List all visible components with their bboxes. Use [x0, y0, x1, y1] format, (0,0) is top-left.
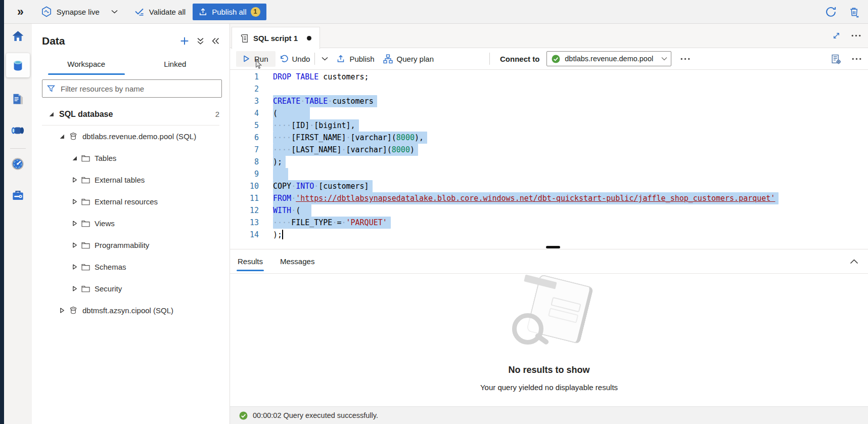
- trash-icon[interactable]: [848, 6, 860, 18]
- collapse-arrow-icon[interactable]: [71, 264, 78, 270]
- collapse-arrow-icon[interactable]: [71, 199, 78, 204]
- publish-all-label: Publish all: [212, 8, 246, 16]
- code-line-3[interactable]: 3CREATE·TABLE·customers: [230, 95, 868, 107]
- chevron-down-icon: [111, 10, 118, 14]
- topbar-right-actions: [825, 6, 868, 18]
- view-settings-icon[interactable]: [831, 54, 841, 64]
- undo-button[interactable]: Undo: [279, 54, 310, 63]
- nav-integrate-button[interactable]: [8, 120, 28, 141]
- filter-input[interactable]: [60, 84, 217, 94]
- toolbar-separator: [314, 53, 315, 65]
- code-line-1[interactable]: 1DROP TABLE customers;: [230, 71, 868, 83]
- line-number[interactable]: 8: [230, 156, 259, 168]
- add-resource-button[interactable]: [180, 36, 189, 46]
- collapse-arrow-icon[interactable]: [71, 242, 78, 248]
- line-number[interactable]: 10: [230, 180, 259, 192]
- nav-manage-button[interactable]: [8, 185, 28, 205]
- tab-more-icon[interactable]: [851, 34, 861, 37]
- line-number[interactable]: 12: [230, 204, 259, 217]
- nav-monitor-button[interactable]: [8, 154, 28, 174]
- line-number[interactable]: 5: [230, 119, 259, 132]
- line-number[interactable]: 14: [230, 229, 259, 241]
- refresh-icon[interactable]: [825, 6, 837, 18]
- run-button[interactable]: Run: [236, 51, 276, 67]
- tree-item-external-tables[interactable]: External tables: [32, 169, 230, 191]
- code-line-7[interactable]: 7····[LAST_NAME]·[varchar](8000): [230, 144, 868, 156]
- tree-item-views[interactable]: Views: [32, 213, 230, 234]
- expand-arrow-icon[interactable]: [49, 111, 56, 117]
- line-number[interactable]: 4: [230, 107, 259, 119]
- collapse-arrow-icon[interactable]: [58, 308, 65, 313]
- sql-code-editor[interactable]: 1DROP TABLE customers;23CREATE·TABLE·cus…: [230, 70, 868, 249]
- code-line-13[interactable]: 13····FILE_TYPE·=·'PARQUET': [230, 217, 868, 229]
- editor-more-icon[interactable]: [852, 58, 861, 60]
- collapse-arrow-icon[interactable]: [71, 177, 78, 183]
- editor-tab-strip: SQL script 1: [230, 24, 868, 48]
- tree-item-tables[interactable]: Tables: [32, 147, 230, 169]
- publish-button[interactable]: Publish: [336, 54, 374, 63]
- run-options-chevron-icon[interactable]: [319, 55, 330, 63]
- code-line-10[interactable]: 10COPY·INTO·[customers]: [230, 180, 868, 192]
- collapse-arrow-icon[interactable]: [71, 286, 78, 291]
- nav-develop-button[interactable]: [8, 89, 28, 109]
- code-line-2[interactable]: 2: [230, 83, 868, 95]
- expand-editor-icon[interactable]: [832, 31, 841, 40]
- publish-all-button[interactable]: Publish all 1: [193, 4, 266, 20]
- results-panel-header: Results Messages: [230, 249, 868, 274]
- panel-splitter-handle[interactable]: [546, 246, 560, 248]
- line-number[interactable]: 6: [230, 132, 259, 144]
- toolbar-separator: [489, 53, 490, 65]
- connection-dropdown[interactable]: dbtlabs.revenue.demo.pool: [546, 51, 671, 66]
- tree-item-dbtmsft-azsyn-cipool-sql[interactable]: dbtmsft.azsyn.cipool (SQL): [32, 300, 230, 321]
- folder-icon: [81, 264, 90, 271]
- line-number[interactable]: 2: [230, 83, 259, 95]
- code-line-12[interactable]: 12WITH·(: [230, 204, 868, 217]
- sql-pool-icon: [69, 306, 78, 315]
- filter-funnel-icon: [47, 85, 55, 93]
- code-line-6[interactable]: 6····[FIRST_NAME]·[varchar](8000),: [230, 132, 868, 144]
- tree-item-programmability[interactable]: Programmability: [32, 234, 230, 256]
- tab-workspace[interactable]: Workspace: [42, 53, 131, 75]
- query-plan-button[interactable]: Query plan: [383, 54, 434, 64]
- line-number[interactable]: 1: [230, 71, 259, 83]
- tree-item-schemas[interactable]: Schemas: [32, 256, 230, 278]
- tree-item-dbtlabs-revenue-demo-pool-sql[interactable]: dbtlabs.revenue.demo.pool (SQL): [32, 125, 230, 147]
- collapse-arrow-icon[interactable]: [71, 221, 78, 226]
- toolbar-right-actions: [831, 54, 868, 64]
- run-label: Run: [254, 55, 268, 63]
- tab-sql-script-1[interactable]: SQL script 1: [232, 27, 320, 49]
- code-line-8[interactable]: 8);: [230, 156, 868, 168]
- collapse-panel-icon[interactable]: [212, 37, 219, 45]
- code-line-5[interactable]: 5····[ID]·[bigint],: [230, 119, 868, 132]
- tab-linked[interactable]: Linked: [131, 53, 220, 75]
- expand-arrow-icon[interactable]: [71, 155, 78, 161]
- code-line-9[interactable]: 9: [230, 168, 868, 180]
- collapse-all-icon[interactable]: [197, 37, 204, 45]
- nav-home-button[interactable]: [8, 26, 28, 46]
- expand-nav-icon[interactable]: »: [17, 6, 24, 18]
- tree-root-sql-database[interactable]: SQL database 2: [42, 103, 219, 125]
- text-cursor: [282, 230, 283, 239]
- tree-item-external-resources[interactable]: External resources: [32, 191, 230, 213]
- document-icon: [11, 93, 25, 106]
- empty-state-subtitle: Your query yielded no displayable result…: [480, 383, 618, 392]
- code-line-11[interactable]: 11FROM·'https://dbtlabsynapsedatalake.bl…: [230, 192, 868, 204]
- collapse-results-chevron-icon[interactable]: [850, 259, 868, 264]
- line-number[interactable]: 11: [230, 192, 259, 204]
- code-line-4[interactable]: 4(: [230, 107, 868, 119]
- validate-all-button[interactable]: Validate all: [134, 6, 186, 17]
- query-status-bar: 00:00:02 Query executed successfully.: [230, 406, 868, 424]
- synapse-live-selector[interactable]: Synapse live: [41, 6, 118, 17]
- line-number[interactable]: 9: [230, 168, 259, 180]
- line-number[interactable]: 7: [230, 144, 259, 156]
- toolbar-more-icon[interactable]: [680, 58, 690, 60]
- tab-messages[interactable]: Messages: [279, 249, 315, 273]
- success-check-icon: [239, 411, 248, 420]
- line-number[interactable]: 3: [230, 95, 259, 107]
- line-number[interactable]: 13: [230, 217, 259, 229]
- expand-arrow-icon[interactable]: [58, 134, 65, 139]
- code-line-14[interactable]: 14);: [230, 229, 868, 241]
- tab-results[interactable]: Results: [237, 249, 264, 273]
- tree-item-security[interactable]: Security: [32, 278, 230, 300]
- nav-data-button[interactable]: [6, 53, 30, 77]
